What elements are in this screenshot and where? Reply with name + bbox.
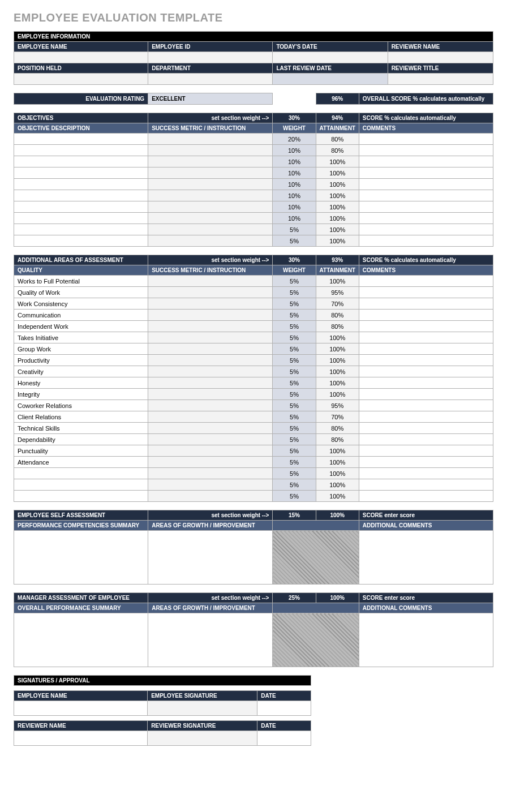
quality-cell[interactable] bbox=[14, 468, 148, 479]
objective-weight-cell[interactable]: 10% bbox=[273, 213, 316, 224]
assess-weight-cell[interactable]: 5% bbox=[273, 276, 316, 287]
assess-attain-cell[interactable]: 100% bbox=[316, 468, 359, 479]
objective-attain-cell[interactable]: 100% bbox=[316, 213, 359, 224]
objective-weight-cell[interactable]: 10% bbox=[273, 179, 316, 190]
assess-comments-cell[interactable] bbox=[359, 423, 493, 434]
quality-cell[interactable]: Work Consistency bbox=[14, 298, 148, 310]
objective-comments-cell[interactable] bbox=[359, 179, 493, 190]
assess-comments-cell[interactable] bbox=[359, 332, 493, 343]
assess-metric-cell[interactable] bbox=[148, 457, 273, 468]
assess-attain-cell[interactable]: 70% bbox=[316, 411, 359, 423]
objective-metric-cell[interactable] bbox=[148, 235, 273, 247]
reviewer-title-field[interactable] bbox=[388, 74, 493, 85]
objective-metric-cell[interactable] bbox=[148, 213, 273, 224]
self-growth-field[interactable] bbox=[148, 531, 273, 585]
objective-metric-cell[interactable] bbox=[148, 190, 273, 201]
assess-weight-cell[interactable]: 5% bbox=[273, 298, 316, 310]
quality-cell[interactable]: Quality of Work bbox=[14, 287, 148, 298]
assess-weight-cell[interactable]: 5% bbox=[273, 479, 316, 491]
assess-metric-cell[interactable] bbox=[148, 321, 273, 332]
objective-comments-cell[interactable] bbox=[359, 201, 493, 213]
objective-attain-cell[interactable]: 100% bbox=[316, 156, 359, 167]
sig-emp-date-field[interactable] bbox=[257, 701, 311, 716]
assess-comments-cell[interactable] bbox=[359, 468, 493, 479]
assess-metric-cell[interactable] bbox=[148, 366, 273, 377]
assess-comments-cell[interactable] bbox=[359, 343, 493, 355]
objective-weight-cell[interactable]: 5% bbox=[273, 235, 316, 247]
sig-emp-sig-field[interactable] bbox=[148, 701, 257, 716]
quality-cell[interactable]: Punctuality bbox=[14, 445, 148, 457]
assess-comments-cell[interactable] bbox=[359, 276, 493, 287]
objective-comments-cell[interactable] bbox=[359, 190, 493, 201]
assess-attain-cell[interactable]: 100% bbox=[316, 332, 359, 343]
assess-weight-cell[interactable]: 5% bbox=[273, 457, 316, 468]
assess-attain-cell[interactable]: 70% bbox=[316, 298, 359, 310]
last-review-field[interactable] bbox=[273, 74, 388, 85]
sig-emp-name-field[interactable] bbox=[14, 701, 148, 716]
manager-score-pct[interactable]: 100% bbox=[316, 593, 359, 603]
objective-metric-cell[interactable] bbox=[148, 167, 273, 179]
objective-metric-cell[interactable] bbox=[148, 179, 273, 190]
manager-growth-field[interactable] bbox=[148, 613, 273, 667]
manager-weight-pct[interactable]: 25% bbox=[273, 593, 316, 603]
assess-metric-cell[interactable] bbox=[148, 355, 273, 366]
quality-cell[interactable]: Dependability bbox=[14, 434, 148, 445]
assess-comments-cell[interactable] bbox=[359, 457, 493, 468]
objective-desc-cell[interactable] bbox=[14, 167, 148, 179]
assess-metric-cell[interactable] bbox=[148, 400, 273, 411]
assess-comments-cell[interactable] bbox=[359, 491, 493, 502]
assess-metric-cell[interactable] bbox=[148, 377, 273, 389]
objective-attain-cell[interactable]: 100% bbox=[316, 201, 359, 213]
objective-attain-cell[interactable]: 100% bbox=[316, 167, 359, 179]
quality-cell[interactable]: Independent Work bbox=[14, 321, 148, 332]
quality-cell[interactable]: Group Work bbox=[14, 343, 148, 355]
assess-comments-cell[interactable] bbox=[359, 298, 493, 310]
objective-metric-cell[interactable] bbox=[148, 156, 273, 167]
objective-attain-cell[interactable]: 100% bbox=[316, 224, 359, 235]
objective-desc-cell[interactable] bbox=[14, 213, 148, 224]
objective-comments-cell[interactable] bbox=[359, 224, 493, 235]
self-summary-field[interactable] bbox=[14, 531, 148, 585]
objective-desc-cell[interactable] bbox=[14, 224, 148, 235]
assess-attain-cell[interactable]: 100% bbox=[316, 479, 359, 491]
assess-comments-cell[interactable] bbox=[359, 400, 493, 411]
objective-attain-cell[interactable]: 100% bbox=[316, 179, 359, 190]
objective-weight-cell[interactable]: 10% bbox=[273, 201, 316, 213]
assess-comments-cell[interactable] bbox=[359, 310, 493, 321]
objective-attain-cell[interactable]: 100% bbox=[316, 235, 359, 247]
assess-metric-cell[interactable] bbox=[148, 389, 273, 400]
assess-comments-cell[interactable] bbox=[359, 321, 493, 332]
employee-id-field[interactable] bbox=[148, 52, 273, 63]
objective-metric-cell[interactable] bbox=[148, 134, 273, 145]
quality-cell[interactable]: Creativity bbox=[14, 366, 148, 377]
employee-name-field[interactable] bbox=[14, 52, 148, 63]
quality-cell[interactable] bbox=[14, 479, 148, 491]
objective-comments-cell[interactable] bbox=[359, 167, 493, 179]
quality-cell[interactable]: Coworker Relations bbox=[14, 400, 148, 411]
quality-cell[interactable]: Honesty bbox=[14, 377, 148, 389]
manager-comments-field[interactable] bbox=[359, 613, 493, 667]
assess-weight-cell[interactable]: 5% bbox=[273, 310, 316, 321]
objectives-weight-pct[interactable]: 30% bbox=[273, 113, 316, 123]
objective-desc-cell[interactable] bbox=[14, 235, 148, 247]
self-weight-pct[interactable]: 15% bbox=[273, 510, 316, 521]
assess-comments-cell[interactable] bbox=[359, 287, 493, 298]
objective-desc-cell[interactable] bbox=[14, 145, 148, 156]
assess-attain-cell[interactable]: 100% bbox=[316, 276, 359, 287]
objective-desc-cell[interactable] bbox=[14, 179, 148, 190]
assess-metric-cell[interactable] bbox=[148, 298, 273, 310]
assess-weight-cell[interactable]: 5% bbox=[273, 468, 316, 479]
objective-weight-cell[interactable]: 10% bbox=[273, 145, 316, 156]
assess-comments-cell[interactable] bbox=[359, 411, 493, 423]
objective-metric-cell[interactable] bbox=[148, 224, 273, 235]
assess-attain-cell[interactable]: 100% bbox=[316, 366, 359, 377]
objective-attain-cell[interactable]: 80% bbox=[316, 145, 359, 156]
assess-metric-cell[interactable] bbox=[148, 332, 273, 343]
objective-comments-cell[interactable] bbox=[359, 145, 493, 156]
assess-attain-cell[interactable]: 100% bbox=[316, 343, 359, 355]
assess-metric-cell[interactable] bbox=[148, 287, 273, 298]
quality-cell[interactable] bbox=[14, 491, 148, 502]
assess-weight-cell[interactable]: 5% bbox=[273, 423, 316, 434]
objective-desc-cell[interactable] bbox=[14, 134, 148, 145]
objective-attain-cell[interactable]: 100% bbox=[316, 190, 359, 201]
